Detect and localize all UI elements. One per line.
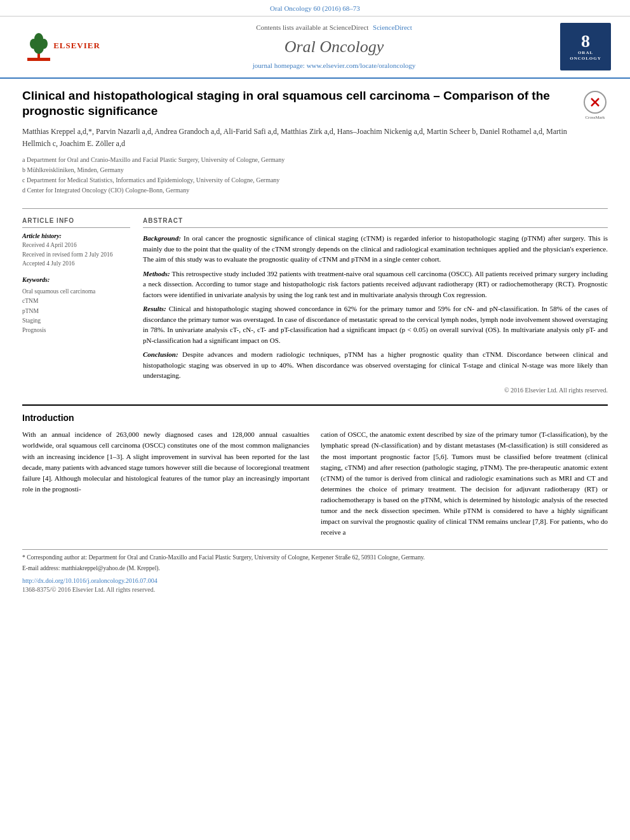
abstract-background: Background: In oral cancer the prognosti…	[143, 233, 608, 265]
elsevier-brand-text: ELSEVIER	[53, 40, 100, 51]
keyword-3: Staging	[22, 316, 130, 326]
issn-line: 1368-8375/© 2016 Elsevier Ltd. All right…	[22, 585, 608, 594]
doi-line: http://dx.doi.org/10.1016/j.oraloncology…	[22, 577, 608, 585]
article-info-label: ARTICLE INFO	[22, 217, 130, 228]
abstract-methods: Methods: This retrospective study includ…	[143, 269, 608, 300]
background-text: In oral cancer the prognostic significan…	[143, 234, 608, 263]
intro-col1: With an annual incidence of 263,000 newl…	[22, 429, 309, 541]
intro-col2-p1: cation of OSCC, the anatomic extent desc…	[321, 429, 608, 537]
introduction-section: Introduction With an annual incidence of…	[22, 404, 608, 542]
keyword-1: cTNM	[22, 297, 130, 306]
authors-text: Matthias Kreppel a,d,*, Parvin Nazarli a…	[22, 127, 567, 148]
article-info-abstract-section: ARTICLE INFO Article history: Received 4…	[22, 208, 608, 395]
article-title-section: Clinical and histopathological staging i…	[22, 88, 608, 203]
abstract-conclusion: Conclusion: Despite advances and modern …	[143, 349, 608, 381]
keywords-list: Oral squamous cell carcinoma cTNM pTNM S…	[22, 287, 130, 335]
article-content: Clinical and histopathological staging i…	[0, 79, 630, 604]
copyright-line: © 2016 Elsevier Ltd. All rights reserved…	[143, 386, 608, 395]
accepted-date: Accepted 4 July 2016	[22, 260, 130, 268]
volume-text: Oral Oncology 60 (2016) 68–73	[270, 4, 360, 12]
abstract-col: ABSTRACT Background: In oral cancer the …	[143, 217, 608, 395]
corresponding-author-note: * Corresponding author at: Department fo…	[22, 554, 608, 563]
sciencedirect-link[interactable]: ScienceDirect	[373, 23, 412, 31]
results-text: Clinical and histopathologic staging sho…	[143, 305, 608, 344]
svg-rect-5	[27, 58, 50, 61]
received-date: Received 4 April 2016	[22, 241, 130, 250]
keyword-0: Oral squamous cell carcinoma	[22, 287, 130, 297]
email-text: E-mail address: matthiakreppel@yahoo.de …	[22, 565, 160, 571]
article-info-col: ARTICLE INFO Article history: Received 4…	[22, 217, 130, 395]
methods-text: This retrospective study included 392 pa…	[143, 270, 608, 298]
abstract-text: Background: In oral cancer the prognosti…	[143, 233, 608, 381]
email-note: E-mail address: matthiakreppel@yahoo.de …	[22, 564, 608, 573]
badge-oral: ORAL	[578, 50, 593, 55]
intro-col1-p1: With an annual incidence of 263,000 newl…	[22, 429, 309, 494]
crossmark-label: CrossMark	[585, 115, 605, 121]
keyword-2: pTNM	[22, 307, 130, 316]
elsevier-tree-icon	[27, 30, 51, 62]
history-title: Article history:	[22, 232, 130, 241]
affiliation-c: c Department for Medical Statistics, Inf…	[22, 175, 576, 185]
publisher-logo-area: ELSEVIER	[13, 30, 114, 64]
article-title-text: Clinical and histopathological staging i…	[22, 88, 576, 196]
article-title: Clinical and histopathological staging i…	[22, 88, 576, 119]
journal-volume-info: Oral Oncology 60 (2016) 68–73	[0, 0, 630, 17]
sciencedirect-text: Contents lists available at ScienceDirec…	[114, 23, 554, 32]
journal-header: ELSEVIER Contents lists available at Sci…	[0, 17, 630, 78]
crossmark-icon	[584, 91, 607, 114]
badge-oncology: ONCOLOGY	[570, 56, 601, 61]
revised-date: Received in revised form 2 July 2016	[22, 251, 130, 259]
conclusion-text: Despite advances and modern radiologic t…	[143, 350, 608, 379]
background-title: Background:	[143, 234, 181, 242]
crossmark-svg	[589, 96, 601, 109]
svg-point-4	[34, 33, 43, 44]
methods-title: Methods:	[143, 270, 170, 277]
affiliations: a Department for Oral and Cranio-Maxillo…	[22, 155, 576, 195]
journal-title-area: Contents lists available at ScienceDirec…	[114, 23, 554, 70]
abstract-results: Results: Clinical and histopathologic st…	[143, 303, 608, 345]
authors-list: Matthias Kreppel a,d,*, Parvin Nazarli a…	[22, 126, 576, 150]
journal-name: Oral Oncology	[114, 36, 554, 58]
oral-oncology-badge-area: 8 ORAL ONCOLOGY	[554, 23, 617, 70]
abstract-label: ABSTRACT	[143, 217, 608, 228]
affiliation-d: d Center for Integrated Oncology (CIO) C…	[22, 185, 576, 195]
intro-col2: cation of OSCC, the anatomic extent desc…	[321, 429, 608, 541]
keywords-title: Keywords:	[22, 276, 130, 284]
introduction-title: Introduction	[22, 412, 608, 425]
results-title: Results:	[143, 305, 166, 312]
oral-oncology-badge: 8 ORAL ONCOLOGY	[560, 23, 611, 70]
footnote-section: * Corresponding author at: Department fo…	[22, 549, 608, 595]
article-history: Article history: Received 4 April 2016 R…	[22, 232, 130, 268]
affiliation-b: b Mühlkreiskliniken, Minden, Germany	[22, 165, 576, 175]
keyword-4: Prognosis	[22, 326, 130, 335]
badge-big-o: 8	[581, 32, 590, 50]
keywords-section: Keywords: Oral squamous cell carcinoma c…	[22, 276, 130, 335]
footnote-text: * Corresponding author at: Department fo…	[22, 554, 608, 573]
affiliation-a: a Department for Oral and Cranio-Maxillo…	[22, 155, 576, 164]
conclusion-title: Conclusion:	[143, 350, 178, 358]
journal-homepage: journal homepage: www.elsevier.com/locat…	[114, 61, 554, 70]
body-two-col: With an annual incidence of 263,000 newl…	[22, 429, 608, 541]
crossmark-area: CrossMark	[582, 91, 608, 121]
